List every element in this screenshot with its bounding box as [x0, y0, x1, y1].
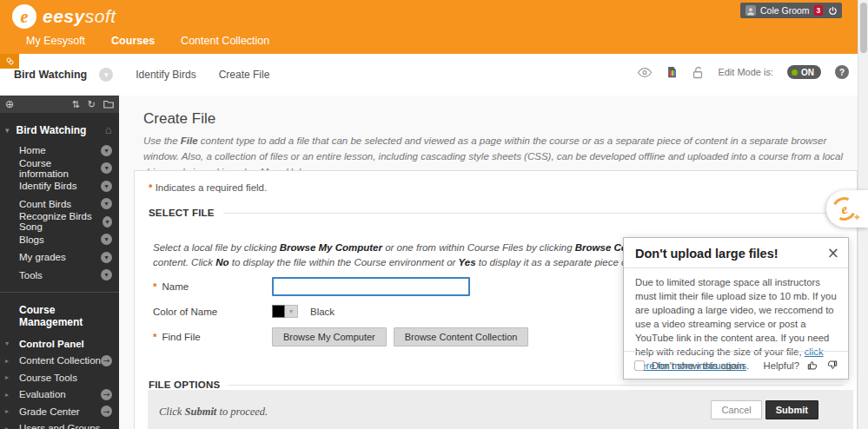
- open-in-new-icon[interactable]: →: [101, 389, 112, 400]
- power-icon: [828, 6, 838, 16]
- browse-my-computer-button[interactable]: Browse My Computer: [272, 327, 387, 346]
- form-actions: Cancel Submit: [711, 400, 818, 419]
- dont-show-again-label: Don't show this again: [652, 360, 745, 371]
- lock-button[interactable]: [692, 66, 704, 79]
- item-options-chevron-icon[interactable]: ▾: [101, 269, 112, 280]
- sidebar-item-my-grades[interactable]: My grades▾: [0, 248, 119, 267]
- breadcrumb-course[interactable]: Bird Watching: [14, 69, 87, 81]
- sidebar-item-course-tools[interactable]: ▸Course Tools: [0, 369, 119, 386]
- desc-bold-file: File: [181, 135, 198, 146]
- instr-bold: No: [215, 257, 229, 267]
- item-options-chevron-icon[interactable]: ▾: [101, 252, 112, 263]
- sidebar-item-recognize-birds-song[interactable]: Recognize Birds Song▾: [0, 213, 119, 231]
- refresh-icon[interactable]: ↻: [88, 99, 96, 110]
- breadcrumb-identify-birds[interactable]: Identify Birds: [136, 69, 195, 81]
- menu-label: Home: [19, 145, 46, 155]
- eye-icon: [637, 67, 653, 78]
- folder-view-icon[interactable]: [103, 99, 114, 110]
- thumbs-up-button[interactable]: [807, 360, 818, 371]
- sidebar-course-title: Bird Watching: [17, 124, 87, 136]
- sidebar-item-grade-center[interactable]: ▸Grade Center→: [0, 403, 119, 420]
- menu-label: Control Panel: [19, 339, 84, 349]
- helper-star-icon: ✚: [854, 214, 860, 221]
- theme-button[interactable]: [666, 66, 678, 78]
- breadcrumb-create-file[interactable]: Create File: [219, 69, 270, 81]
- create-file-page: e eesysoft My Eesysoft Courses Content C…: [0, 0, 868, 429]
- popup-header: Don't upload large files! ×: [624, 238, 848, 268]
- nav-courses[interactable]: Courses: [111, 35, 155, 47]
- thumbs-down-icon: [826, 360, 838, 371]
- sidebar-item-count-birds[interactable]: Count Birds▾: [0, 195, 119, 214]
- label-text: Find File: [162, 332, 200, 342]
- cancel-button[interactable]: Cancel: [711, 400, 761, 419]
- eesysoft-logo-icon: e: [12, 4, 36, 29]
- sidebar-item-blogs[interactable]: Blogs▾: [0, 231, 119, 249]
- sidebar-item-home[interactable]: Home▾: [0, 142, 119, 160]
- name-field-row: *Name: [153, 277, 470, 296]
- user-name: Cole Groom: [760, 5, 810, 16]
- find-file-row: *Find File Browse My Computer Browse Con…: [153, 327, 535, 346]
- home-icon[interactable]: ⌂: [105, 123, 112, 136]
- item-options-chevron-icon[interactable]: ▾: [101, 145, 112, 156]
- expand-right-icon: ▸: [5, 425, 16, 429]
- expand-right-icon: ▸: [5, 373, 16, 381]
- sidebar-course-header[interactable]: ▾ Bird Watching ⌂: [0, 113, 119, 142]
- required-text: Indicates a required field.: [152, 182, 267, 193]
- sidebar-item-evaluation[interactable]: ▸Evaluation→: [0, 386, 119, 404]
- add-menu-item-button[interactable]: ⊕: [5, 98, 14, 110]
- dont-show-again-checkbox[interactable]: [634, 360, 645, 371]
- menu-label: Count Birds: [19, 199, 71, 209]
- breadcrumb-chevron-icon[interactable]: ▾: [99, 68, 113, 82]
- nav-my-eesysoft[interactable]: My Eesysoft: [26, 35, 85, 47]
- nav-content-collection[interactable]: Content Collection: [181, 35, 269, 47]
- user-menu[interactable]: Cole Groom 3 ▾: [740, 3, 836, 18]
- sidebar-item-identify-birds[interactable]: Identify Birds▾: [0, 177, 119, 195]
- close-icon[interactable]: ×: [827, 246, 839, 261]
- proceed-text: to proceed.: [216, 406, 268, 418]
- help-button[interactable]: ?: [835, 65, 849, 79]
- reorder-icon[interactable]: ⇅: [72, 99, 80, 110]
- quick-links-button[interactable]: [0, 54, 19, 69]
- section-title: FILE OPTIONS: [149, 380, 220, 390]
- user-avatar-icon: [745, 5, 756, 16]
- student-preview-button[interactable]: [637, 67, 653, 78]
- sidebar-item-tools[interactable]: Tools▾: [0, 267, 119, 285]
- sidebar-item-control-panel[interactable]: ▾Control Panel: [0, 335, 119, 353]
- eesysoft-helper-tab[interactable]: e ✚: [826, 190, 868, 228]
- item-options-chevron-icon[interactable]: ▾: [101, 198, 112, 209]
- color-picker[interactable]: ▾: [272, 305, 298, 318]
- browse-content-collection-button[interactable]: Browse Content Collection: [394, 327, 529, 346]
- logout-button[interactable]: [823, 3, 842, 18]
- color-dropdown-chevron-icon[interactable]: ▾: [285, 305, 298, 318]
- color-swatch-black[interactable]: [272, 305, 285, 318]
- sidebar-item-content-collection[interactable]: ▸Content Collection→: [0, 353, 119, 370]
- item-options-chevron-icon[interactable]: ▾: [103, 216, 112, 228]
- menu-label: Content Collection: [19, 355, 101, 366]
- menu-label: Blogs: [19, 234, 44, 245]
- helpful-group: Helpful?: [764, 360, 838, 371]
- menu-label: Users and Groups: [19, 423, 100, 429]
- instr-text: content. Click: [153, 257, 215, 267]
- name-input[interactable]: [272, 277, 470, 296]
- item-options-chevron-icon[interactable]: ▾: [101, 234, 112, 245]
- label-text: Color of Name: [153, 307, 217, 317]
- item-options-chevron-icon[interactable]: ▾: [101, 162, 112, 174]
- sidebar-item-users-and-groups[interactable]: ▸Users and Groups: [0, 420, 119, 429]
- edit-mode-label: Edit Mode is:: [718, 67, 773, 77]
- collapse-chevron-icon[interactable]: ▾: [5, 126, 10, 135]
- open-padlock-icon: [692, 66, 704, 79]
- edit-mode-toggle[interactable]: ON: [787, 65, 821, 79]
- select-file-section-header: SELECT FILE: [149, 208, 844, 218]
- sidebar-item-course-information[interactable]: Course information▾: [0, 160, 119, 178]
- thumbs-down-button[interactable]: [826, 360, 838, 371]
- section-rule: [223, 213, 844, 214]
- course-sidebar: ⊕ ⇅ ↻ ▾ Bird Watching ⌂ Home▾ Course inf…: [0, 96, 119, 429]
- menu-label: Course Tools: [19, 373, 77, 383]
- open-in-new-icon[interactable]: →: [101, 406, 112, 417]
- open-in-new-icon[interactable]: →: [101, 355, 112, 366]
- scrollbar-thumb[interactable]: [860, 3, 867, 53]
- helpful-label: Helpful?: [764, 360, 799, 371]
- item-options-chevron-icon[interactable]: ▾: [101, 181, 112, 192]
- expand-down-icon: ▾: [5, 340, 16, 347]
- submit-button[interactable]: Submit: [765, 400, 818, 419]
